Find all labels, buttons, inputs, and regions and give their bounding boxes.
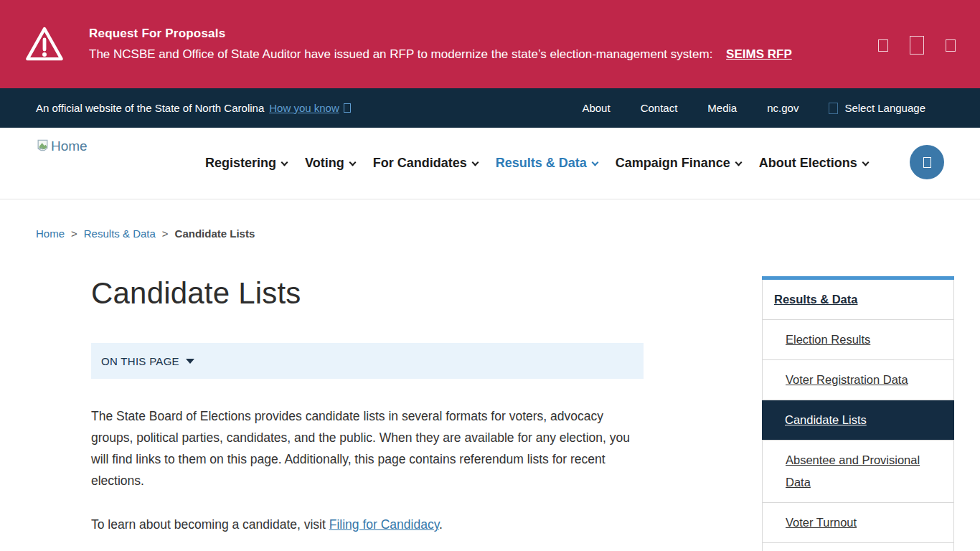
placeholder-icon[interactable] [878,39,888,52]
breadcrumb-separator: > [71,227,77,240]
on-this-page-toggle[interactable]: ON THIS PAGE [91,343,644,379]
nav-label: For Candidates [373,156,467,171]
caret-down-icon [186,359,194,364]
logo-alt-text: Home [51,138,88,154]
sidebar-item-label[interactable]: Election Results [786,333,870,346]
cta-prefix: To learn about becoming a candidate, vis… [91,517,329,532]
page: Request For Proposals The NCSBE and Offi… [0,0,980,551]
how-you-know-link[interactable]: How you know [269,102,351,114]
breadcrumb: Home > Results & Data > Candidate Lists [36,227,255,240]
breadcrumb-separator: > [162,227,169,240]
about-link[interactable]: About [582,102,610,114]
external-link-icon [344,103,351,113]
nav-for-candidates[interactable]: For Candidates [373,156,478,171]
on-this-page-label: ON THIS PAGE [101,355,179,367]
chevron-down-icon [735,159,742,166]
alert-title: Request For Proposals [89,27,792,41]
sidebar: Results & Data Election Results Voter Re… [762,276,954,551]
main-column: Candidate Lists ON THIS PAGE The State B… [91,276,644,535]
sidebar-item-label[interactable]: Candidate Lists [785,413,867,426]
banner-icon-group [878,36,956,55]
official-bar: An official website of the State of Nort… [0,88,980,128]
main-nav: Registering Voting For Candidates Result… [205,128,868,199]
nav-results-data[interactable]: Results & Data [496,156,598,171]
sidebar-item-voter-registration-data[interactable]: Voter Registration Data [763,360,953,400]
chevron-down-icon [591,159,598,166]
nav-about-elections[interactable]: About Elections [759,156,868,171]
alert-text-block: Request For Proposals The NCSBE and Offi… [89,27,792,62]
language-label: Select Language [844,102,925,114]
nav-voting[interactable]: Voting [305,156,355,171]
nav-label: Voting [305,156,344,171]
search-icon [923,157,931,168]
intro-paragraph: The State Board of Elections provides ca… [91,405,640,491]
warning-icon [24,24,65,65]
alert-message-text: The NCSBE and Office of State Auditor ha… [89,47,712,61]
alert-banner: Request For Proposals The NCSBE and Offi… [0,0,980,88]
sidebar-title-results-data[interactable]: Results & Data [774,293,857,306]
cta-suffix: . [439,517,443,532]
sidebar-body: Results & Data Election Results Voter Re… [762,280,954,551]
breadcrumb-home[interactable]: Home [36,227,65,240]
sidebar-item-label[interactable]: Voter Registration Data [786,373,908,386]
official-text: An official website of the State of Nort… [36,102,264,114]
media-link[interactable]: Media [707,102,737,114]
filing-for-candidacy-link[interactable]: Filing for Candidacy [329,517,439,532]
nav-label: Registering [205,156,276,171]
ncgov-link[interactable]: nc.gov [767,102,798,114]
content-area: Home > Results & Data > Candidate Lists … [0,199,980,551]
placeholder-icon[interactable] [910,36,924,55]
placeholder-icon[interactable] [946,39,956,52]
alert-message: The NCSBE and Office of State Auditor ha… [89,47,792,62]
official-statement: An official website of the State of Nort… [36,102,351,114]
sidebar-partial-row [763,543,953,551]
contact-link[interactable]: Contact [641,102,678,114]
page-title: Candidate Lists [91,276,644,311]
home-logo[interactable]: Home [36,138,88,155]
sidebar-item-voter-turnout[interactable]: Voter Turnout [763,503,953,543]
chevron-down-icon [349,159,356,166]
breadcrumb-results-data[interactable]: Results & Data [84,227,156,240]
how-you-know-label: How you know [269,102,339,114]
sidebar-item-candidate-lists[interactable]: Candidate Lists [762,400,954,441]
chevron-down-icon [281,159,288,166]
seims-rfp-link[interactable]: SEIMS RFP [726,47,792,61]
nav-label: About Elections [759,156,857,171]
nav-registering[interactable]: Registering [205,156,287,171]
globe-icon [829,103,838,114]
nav-label: Campaign Finance [616,156,730,171]
nav-campaign-finance[interactable]: Campaign Finance [616,156,741,171]
search-button[interactable] [910,145,944,179]
cta-paragraph: To learn about becoming a candidate, vis… [91,514,644,535]
chevron-down-icon [862,159,869,166]
sidebar-item-election-results[interactable]: Election Results [763,320,953,360]
sidebar-item-label[interactable]: Absentee and Provisional Data [786,453,920,489]
breadcrumb-current: Candidate Lists [175,227,255,240]
sidebar-item-absentee-provisional[interactable]: Absentee and Provisional Data [763,441,953,503]
sidebar-title-row: Results & Data [763,280,953,320]
official-links: About Contact Media nc.gov Select Langua… [582,102,944,114]
nav-label: Results & Data [496,156,587,171]
sidebar-item-label[interactable]: Voter Turnout [786,516,857,529]
chevron-down-icon [471,159,479,166]
language-selector[interactable]: Select Language [829,102,925,114]
site-header: Home Registering Voting For Candidates R… [0,128,980,199]
broken-image-icon [36,138,50,155]
